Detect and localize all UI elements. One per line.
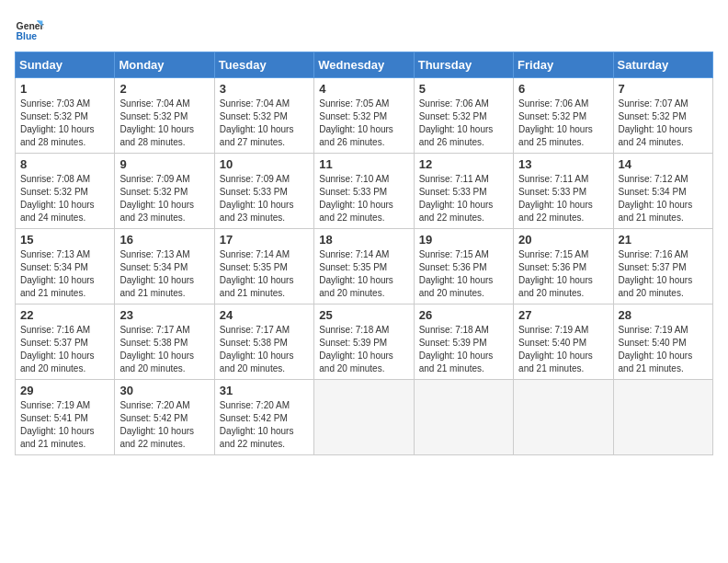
- calendar-day-cell: 12 Sunrise: 7:11 AM Sunset: 5:33 PM Dayl…: [414, 154, 513, 229]
- day-number: 11: [319, 157, 408, 171]
- day-number: 25: [319, 308, 408, 322]
- calendar-day-cell: 24 Sunrise: 7:17 AM Sunset: 5:38 PM Dayl…: [214, 304, 313, 380]
- calendar-day-cell: 30 Sunrise: 7:20 AM Sunset: 5:42 PM Dayl…: [115, 380, 214, 455]
- day-info: Sunrise: 7:05 AM Sunset: 5:32 PM Dayligh…: [319, 98, 408, 149]
- day-info: Sunrise: 7:10 AM Sunset: 5:33 PM Dayligh…: [319, 173, 408, 224]
- calendar-week-row: 8 Sunrise: 7:08 AM Sunset: 5:32 PM Dayli…: [16, 154, 713, 229]
- calendar-day-cell: 8 Sunrise: 7:08 AM Sunset: 5:32 PM Dayli…: [16, 154, 115, 229]
- calendar-day-cell: 11 Sunrise: 7:10 AM Sunset: 5:33 PM Dayl…: [314, 154, 414, 229]
- col-header-friday: Friday: [514, 52, 613, 78]
- day-info: Sunrise: 7:13 AM Sunset: 5:34 PM Dayligh…: [119, 248, 209, 300]
- calendar-day-cell: [414, 380, 513, 455]
- day-info: Sunrise: 7:11 AM Sunset: 5:33 PM Dayligh…: [518, 173, 608, 224]
- day-number: 7: [619, 82, 708, 96]
- day-info: Sunrise: 7:18 AM Sunset: 5:39 PM Dayligh…: [319, 324, 408, 375]
- day-info: Sunrise: 7:20 AM Sunset: 5:42 PM Dayligh…: [220, 399, 309, 451]
- day-number: 22: [20, 308, 109, 322]
- calendar-header-row: SundayMondayTuesdayWednesdayThursdayFrid…: [16, 52, 713, 78]
- calendar-day-cell: 15 Sunrise: 7:13 AM Sunset: 5:34 PM Dayl…: [16, 229, 115, 304]
- calendar-day-cell: [514, 380, 613, 455]
- day-number: 12: [419, 157, 508, 171]
- day-info: Sunrise: 7:07 AM Sunset: 5:32 PM Dayligh…: [619, 98, 708, 149]
- calendar-week-row: 1 Sunrise: 7:03 AM Sunset: 5:32 PM Dayli…: [16, 78, 713, 154]
- calendar-day-cell: 10 Sunrise: 7:09 AM Sunset: 5:33 PM Dayl…: [214, 154, 313, 229]
- calendar-table: SundayMondayTuesdayWednesdayThursdayFrid…: [15, 52, 713, 455]
- day-number: 1: [20, 82, 109, 96]
- day-number: 20: [518, 233, 608, 247]
- day-info: Sunrise: 7:13 AM Sunset: 5:34 PM Dayligh…: [20, 248, 109, 300]
- col-header-monday: Monday: [115, 52, 214, 78]
- calendar-day-cell: 29 Sunrise: 7:19 AM Sunset: 5:41 PM Dayl…: [16, 380, 115, 455]
- day-number: 8: [20, 157, 109, 171]
- col-header-tuesday: Tuesday: [214, 52, 313, 78]
- day-number: 14: [619, 157, 708, 171]
- day-number: 23: [119, 308, 209, 322]
- day-info: Sunrise: 7:06 AM Sunset: 5:32 PM Dayligh…: [419, 98, 508, 149]
- day-info: Sunrise: 7:17 AM Sunset: 5:38 PM Dayligh…: [220, 324, 309, 375]
- calendar-day-cell: 17 Sunrise: 7:14 AM Sunset: 5:35 PM Dayl…: [214, 229, 313, 304]
- day-info: Sunrise: 7:06 AM Sunset: 5:32 PM Dayligh…: [518, 98, 608, 149]
- day-info: Sunrise: 7:12 AM Sunset: 5:34 PM Dayligh…: [619, 173, 708, 224]
- calendar-day-cell: 9 Sunrise: 7:09 AM Sunset: 5:32 PM Dayli…: [115, 154, 214, 229]
- col-header-wednesday: Wednesday: [314, 52, 414, 78]
- calendar-day-cell: 28 Sunrise: 7:19 AM Sunset: 5:40 PM Dayl…: [613, 304, 712, 380]
- day-info: Sunrise: 7:15 AM Sunset: 5:36 PM Dayligh…: [518, 248, 608, 300]
- day-number: 21: [619, 233, 708, 247]
- calendar-day-cell: 27 Sunrise: 7:19 AM Sunset: 5:40 PM Dayl…: [514, 304, 613, 380]
- day-info: Sunrise: 7:04 AM Sunset: 5:32 PM Dayligh…: [220, 98, 309, 149]
- calendar-day-cell: 13 Sunrise: 7:11 AM Sunset: 5:33 PM Dayl…: [514, 154, 613, 229]
- col-header-sunday: Sunday: [16, 52, 115, 78]
- calendar-day-cell: 23 Sunrise: 7:17 AM Sunset: 5:38 PM Dayl…: [115, 304, 214, 380]
- calendar-day-cell: [613, 380, 712, 455]
- calendar-day-cell: 31 Sunrise: 7:20 AM Sunset: 5:42 PM Dayl…: [214, 380, 313, 455]
- day-info: Sunrise: 7:15 AM Sunset: 5:36 PM Dayligh…: [419, 248, 508, 300]
- calendar-day-cell: 16 Sunrise: 7:13 AM Sunset: 5:34 PM Dayl…: [115, 229, 214, 304]
- calendar-day-cell: 1 Sunrise: 7:03 AM Sunset: 5:32 PM Dayli…: [16, 78, 115, 154]
- calendar-day-cell: 25 Sunrise: 7:18 AM Sunset: 5:39 PM Dayl…: [314, 304, 414, 380]
- day-info: Sunrise: 7:19 AM Sunset: 5:40 PM Dayligh…: [619, 324, 708, 375]
- page-header: General Blue: [15, 15, 713, 44]
- day-number: 13: [518, 157, 608, 171]
- day-number: 5: [419, 82, 508, 96]
- day-number: 3: [220, 82, 309, 96]
- day-info: Sunrise: 7:18 AM Sunset: 5:39 PM Dayligh…: [419, 324, 508, 375]
- svg-text:Blue: Blue: [17, 31, 38, 41]
- calendar-day-cell: 5 Sunrise: 7:06 AM Sunset: 5:32 PM Dayli…: [414, 78, 513, 154]
- day-number: 18: [319, 233, 408, 247]
- col-header-thursday: Thursday: [414, 52, 513, 78]
- day-number: 10: [220, 157, 309, 171]
- col-header-saturday: Saturday: [613, 52, 712, 78]
- day-number: 27: [518, 308, 608, 322]
- day-number: 17: [220, 233, 309, 247]
- day-info: Sunrise: 7:08 AM Sunset: 5:32 PM Dayligh…: [20, 173, 109, 224]
- calendar-day-cell: 14 Sunrise: 7:12 AM Sunset: 5:34 PM Dayl…: [613, 154, 712, 229]
- day-info: Sunrise: 7:09 AM Sunset: 5:33 PM Dayligh…: [220, 173, 309, 224]
- calendar-week-row: 22 Sunrise: 7:16 AM Sunset: 5:37 PM Dayl…: [16, 304, 713, 380]
- calendar-day-cell: 22 Sunrise: 7:16 AM Sunset: 5:37 PM Dayl…: [16, 304, 115, 380]
- day-number: 4: [319, 82, 408, 96]
- day-info: Sunrise: 7:09 AM Sunset: 5:32 PM Dayligh…: [119, 173, 209, 224]
- day-info: Sunrise: 7:20 AM Sunset: 5:42 PM Dayligh…: [119, 399, 209, 451]
- day-number: 19: [419, 233, 508, 247]
- calendar-day-cell: [314, 380, 414, 455]
- calendar-day-cell: 7 Sunrise: 7:07 AM Sunset: 5:32 PM Dayli…: [613, 78, 712, 154]
- calendar-day-cell: 3 Sunrise: 7:04 AM Sunset: 5:32 PM Dayli…: [214, 78, 313, 154]
- calendar-day-cell: 21 Sunrise: 7:16 AM Sunset: 5:37 PM Dayl…: [613, 229, 712, 304]
- day-number: 29: [20, 384, 109, 397]
- day-number: 30: [119, 384, 209, 397]
- day-number: 24: [220, 308, 309, 322]
- calendar-day-cell: 2 Sunrise: 7:04 AM Sunset: 5:32 PM Dayli…: [115, 78, 214, 154]
- day-info: Sunrise: 7:16 AM Sunset: 5:37 PM Dayligh…: [619, 248, 708, 300]
- day-info: Sunrise: 7:14 AM Sunset: 5:35 PM Dayligh…: [319, 248, 408, 300]
- calendar-day-cell: 20 Sunrise: 7:15 AM Sunset: 5:36 PM Dayl…: [514, 229, 613, 304]
- day-number: 16: [119, 233, 209, 247]
- logo: General Blue: [15, 15, 44, 44]
- day-info: Sunrise: 7:04 AM Sunset: 5:32 PM Dayligh…: [119, 98, 209, 149]
- day-info: Sunrise: 7:17 AM Sunset: 5:38 PM Dayligh…: [119, 324, 209, 375]
- day-number: 6: [518, 82, 608, 96]
- day-number: 26: [419, 308, 508, 322]
- calendar-week-row: 29 Sunrise: 7:19 AM Sunset: 5:41 PM Dayl…: [16, 380, 713, 455]
- day-number: 31: [220, 384, 309, 397]
- calendar-day-cell: 19 Sunrise: 7:15 AM Sunset: 5:36 PM Dayl…: [414, 229, 513, 304]
- day-info: Sunrise: 7:19 AM Sunset: 5:40 PM Dayligh…: [518, 324, 608, 375]
